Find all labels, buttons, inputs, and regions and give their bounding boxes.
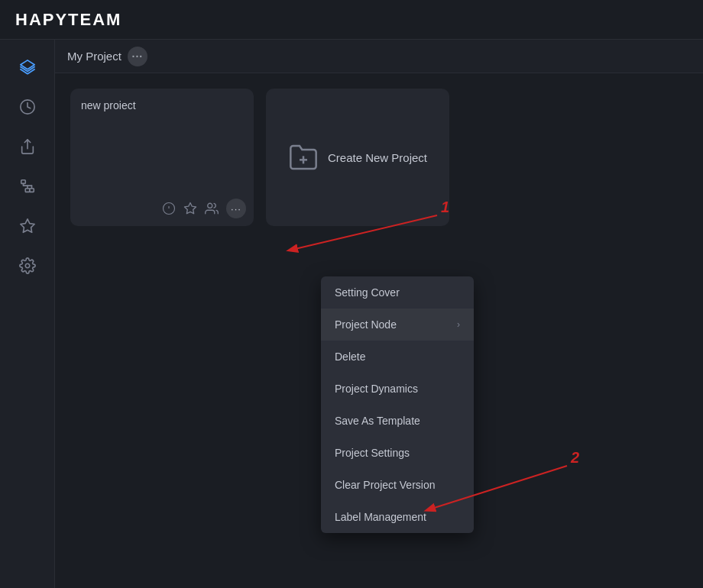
star-icon <box>19 218 36 238</box>
sub-header: My Project ··· <box>55 40 703 73</box>
svg-point-16 <box>208 203 212 208</box>
svg-point-11 <box>25 263 30 268</box>
sidebar-item-favorites[interactable] <box>11 211 44 244</box>
card-more-button[interactable]: ··· <box>226 199 246 218</box>
hierarchy-icon <box>19 178 36 199</box>
sub-header-more-button[interactable]: ··· <box>128 47 147 66</box>
menu-item-project-node[interactable]: Project Node › <box>321 309 474 341</box>
logo: HAPYTEAM <box>15 10 121 30</box>
members-button[interactable] <box>205 202 219 215</box>
star-button[interactable] <box>183 202 197 215</box>
clock-icon <box>19 99 36 119</box>
share-icon <box>19 138 36 159</box>
svg-text:2: 2 <box>570 449 579 466</box>
menu-item-delete[interactable]: Delete <box>321 341 474 373</box>
context-menu: Setting Cover Project Node › Delete Proj… <box>321 276 474 533</box>
top-header: HAPYTEAM <box>0 0 703 40</box>
sub-header-title: My Project <box>67 50 121 63</box>
sidebar-item-history[interactable] <box>11 92 44 125</box>
sidebar-item-hierarchy[interactable] <box>11 171 44 205</box>
svg-marker-15 <box>185 203 196 214</box>
svg-marker-10 <box>20 218 34 231</box>
menu-item-clear-project-version[interactable]: Clear Project Version <box>321 469 474 501</box>
project-card-title: new proiect <box>70 89 254 122</box>
sidebar-item-settings[interactable] <box>11 250 44 284</box>
menu-item-save-as-template[interactable]: Save As Template <box>321 405 474 437</box>
layers-icon <box>19 59 36 79</box>
main-layout: My Project ··· new proiect <box>0 40 703 588</box>
menu-item-setting-cover[interactable]: Setting Cover <box>321 276 474 309</box>
gear-icon <box>19 257 36 278</box>
project-card-actions: ··· <box>78 199 246 218</box>
menu-item-label-management[interactable]: Label Management <box>321 501 474 533</box>
info-button[interactable] <box>162 202 176 215</box>
menu-item-project-dynamics[interactable]: Project Dynamics <box>321 373 474 405</box>
menu-item-project-settings[interactable]: Project Settings <box>321 437 474 469</box>
create-project-card[interactable]: Create New Project <box>266 89 449 226</box>
sidebar <box>0 40 55 588</box>
content-area: My Project ··· new proiect <box>55 40 703 588</box>
projects-grid: new proiect <box>55 73 703 241</box>
sidebar-item-share[interactable] <box>11 131 44 165</box>
create-project-icon <box>288 142 319 173</box>
create-project-label: Create New Project <box>328 151 427 164</box>
submenu-chevron-icon: › <box>457 319 460 330</box>
sidebar-item-layers[interactable] <box>11 52 44 86</box>
project-card[interactable]: new proiect <box>70 89 254 226</box>
